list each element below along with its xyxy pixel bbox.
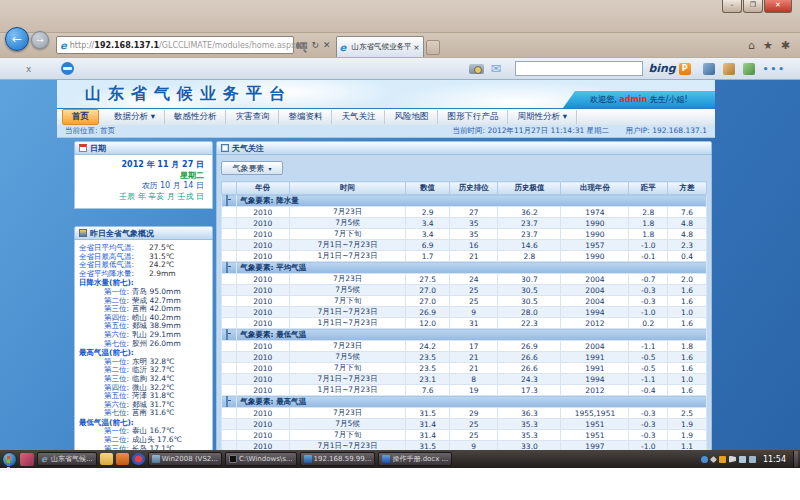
home-icon[interactable]: ⌂ xyxy=(748,39,755,52)
bing-search-input[interactable] xyxy=(515,61,643,76)
bing-logo[interactable]: bing xyxy=(648,62,675,75)
taskbar-window-word[interactable]: 操作手册.docx ... xyxy=(378,452,452,466)
tools-gear-icon[interactable]: ✱ xyxy=(781,39,790,52)
taskbar-clock[interactable]: 11:54 xyxy=(759,455,790,464)
table-row[interactable]: 20107月5候23.52126.61991-0.51.6 xyxy=(222,352,707,363)
taskbar-window-ie[interactable]: e山东省气候... xyxy=(37,452,97,466)
tray-security-icon[interactable] xyxy=(719,456,726,463)
table-cell: 25 xyxy=(449,419,498,430)
table-row[interactable]: 20107月5候31.42535.31951-0.31.9 xyxy=(222,419,707,430)
table-row[interactable]: 20101月1日~7月23日12.03122.320120.21.6 xyxy=(222,318,707,329)
toolbar-addon-icon[interactable] xyxy=(743,63,755,75)
user-ip: 用户IP: 192.168.137.1 xyxy=(625,126,707,135)
group-row[interactable]: 气象要素: 最高气温 xyxy=(222,396,707,408)
nav-item-periodic-analysis[interactable]: 周期性分析 ▾ xyxy=(508,110,576,124)
table-cell: 27 xyxy=(449,207,498,218)
table-row[interactable]: 20107月5候27.02530.52004-0.31.6 xyxy=(222,285,707,296)
element-filter-button[interactable]: 气象要素 ▾ xyxy=(221,161,283,175)
toolbar-overflow-icon[interactable]: ••• xyxy=(763,64,792,74)
browser-tab[interactable]: e 山东省气候业务平... × xyxy=(336,36,424,57)
refresh-icon[interactable]: ↻ xyxy=(312,40,320,50)
camera-icon[interactable] xyxy=(469,64,484,74)
collapse-icon[interactable] xyxy=(226,329,228,340)
address-input[interactable]: e http://192.168.137.1/GLCCLIMATE/module… xyxy=(56,36,294,54)
table-cell: 1957 xyxy=(561,240,629,251)
table-row[interactable]: 20107月23日2.92736.219742.87.6 xyxy=(222,207,707,218)
table-cell: -0.5 xyxy=(629,352,668,363)
explorer-folder-icon[interactable] xyxy=(100,453,113,465)
table-row[interactable]: 20107月23日24.21726.92004-1.11.8 xyxy=(222,341,707,352)
tray-network-icon[interactable] xyxy=(739,456,746,463)
taskbar-window-vm[interactable]: Win2008 (VS2... xyxy=(148,452,222,466)
nav-item-disaster-query[interactable]: 灾害查询 xyxy=(226,110,279,124)
minimize-button[interactable]: – xyxy=(722,0,742,13)
maximize-button[interactable]: ❐ xyxy=(743,0,763,13)
table-cell: 12.0 xyxy=(406,318,450,329)
table-row[interactable]: 20107月23日31.52936.31955,1951-0.32.5 xyxy=(222,408,707,419)
toolbar-media-icon[interactable] xyxy=(703,63,715,75)
nav-item-weather-watch[interactable]: 天气关注 xyxy=(332,110,385,124)
table-row[interactable]: 20107月下旬3.43523.719901.84.8 xyxy=(222,229,707,240)
table-row[interactable]: 20107月1日~7月23日31.5933.01997-1.01.1 xyxy=(222,441,707,451)
pinned-orange-app-icon[interactable] xyxy=(116,453,129,465)
forward-button[interactable]: → xyxy=(31,31,49,49)
table-cell: 1.6 xyxy=(668,285,707,296)
group-row[interactable]: 气象要素: 降水量 xyxy=(222,195,707,207)
show-desktop-button[interactable] xyxy=(793,451,798,467)
media-player-icon[interactable] xyxy=(132,453,145,465)
table-row[interactable]: 20107月1日~7月23日23.1824.31994-1.11.0 xyxy=(222,374,707,385)
table-row[interactable]: 20107月下旬27.02530.52004-0.31.6 xyxy=(222,296,707,307)
date-line: 农历 10 月 14 日 xyxy=(79,181,204,192)
nav-item-graphic-products[interactable]: 图形下行产品 xyxy=(438,110,508,124)
group-row[interactable]: 气象要素: 平均气温 xyxy=(222,262,707,274)
nav-item-data-analysis[interactable]: 数据分析 ▾ xyxy=(105,110,165,124)
mail-icon[interactable]: ✉ xyxy=(490,61,501,76)
table-cell: 6.9 xyxy=(406,240,450,251)
stop-icon[interactable]: ✕ xyxy=(323,40,331,50)
taskbar-window-rdp[interactable]: 192.168.59.99... xyxy=(300,452,376,466)
tray-show-hidden-icon[interactable] xyxy=(710,455,717,462)
tray-volume-icon[interactable] xyxy=(749,456,756,463)
table-row[interactable]: 20107月1日~7月23日26.9928.01994-1.01.0 xyxy=(222,307,707,318)
table-row[interactable]: 20107月下旬31.42535.31951-0.31.9 xyxy=(222,430,707,441)
table-row[interactable]: 20107月1日~7月23日6.91614.61957-1.02.3 xyxy=(222,240,707,251)
search-icon[interactable] xyxy=(296,42,300,49)
table-row[interactable]: 20101月1日~7月23日1.7212.81990-0.10.4 xyxy=(222,251,707,262)
nav-item-sensitivity-analysis[interactable]: 敏感性分析 xyxy=(165,110,227,124)
pinned-app-icon[interactable] xyxy=(20,453,34,466)
table-cell: 8 xyxy=(449,374,498,385)
group-row[interactable]: 气象要素: 最低气温 xyxy=(222,329,707,341)
table-row[interactable]: 20107月下旬23.52126.61991-0.51.6 xyxy=(222,363,707,374)
filter-caret-icon: ▾ xyxy=(268,165,271,172)
table-row[interactable]: 20101月1日~7月23日7.61917.32012-0.41.6 xyxy=(222,385,707,396)
collapse-icon[interactable] xyxy=(226,195,228,206)
table-cell: 9 xyxy=(449,307,498,318)
back-button[interactable]: ← xyxy=(5,27,29,51)
table-row[interactable]: 20107月5候3.43523.719901.84.8 xyxy=(222,218,707,229)
table-row[interactable]: 20107月23日27.52430.72004-0.72.0 xyxy=(222,274,707,285)
tab-close-icon[interactable]: × xyxy=(413,43,419,52)
tray-update-icon[interactable] xyxy=(701,456,708,463)
tray-flag-icon[interactable] xyxy=(729,456,736,463)
nav-item-home[interactable]: 首页 xyxy=(62,109,99,125)
bing-p-button[interactable]: P xyxy=(679,63,691,75)
new-tab-button[interactable] xyxy=(426,40,440,55)
table-cell: 1.6 xyxy=(668,363,707,374)
table-cell: 28.0 xyxy=(498,307,561,318)
table-cell: -0.3 xyxy=(629,408,668,419)
nav-item-risk-map[interactable]: 风险地图 xyxy=(385,110,438,124)
blocked-content-icon[interactable] xyxy=(61,62,74,75)
start-button[interactable] xyxy=(2,452,17,467)
collapse-icon[interactable] xyxy=(226,262,228,273)
table-cell: 2004 xyxy=(561,341,629,352)
favorites-star-icon[interactable]: ★ xyxy=(763,39,773,52)
toolbar-close-icon[interactable]: x xyxy=(26,64,31,74)
table-cell: 7月下旬 xyxy=(289,363,405,374)
table-cell: 36.2 xyxy=(498,207,561,218)
toolbar-palette-icon[interactable] xyxy=(723,63,735,75)
table-cell: -0.7 xyxy=(629,274,668,285)
nav-item-compiled-data[interactable]: 整编资料 xyxy=(279,110,332,124)
close-button[interactable]: ✕ xyxy=(764,0,792,13)
taskbar-window-cmd[interactable]: C:\Windows\s... xyxy=(225,452,297,466)
collapse-icon[interactable] xyxy=(226,396,228,407)
